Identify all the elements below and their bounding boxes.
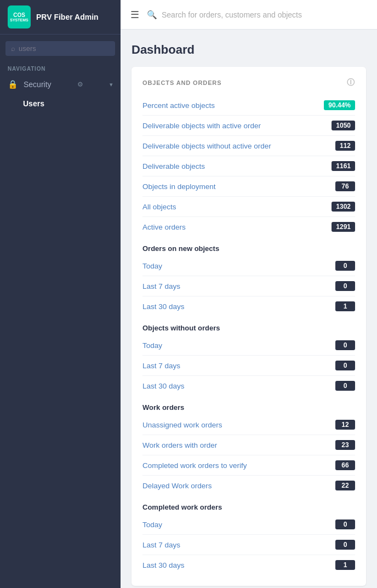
stat-badge: 1302: [332, 202, 355, 212]
stat-label[interactable]: Today: [142, 521, 162, 529]
sidebar-logo: COS SYSTEMS PRV Fiber Admin: [0, 0, 121, 35]
main-stats-rows: Percent active objects 90.44% Deliverabl…: [142, 95, 355, 237]
stat-label[interactable]: Objects in deployment: [142, 182, 216, 191]
objects-and-orders-card: OBJECTS AND ORDERS ⓘ Percent active obje…: [132, 67, 366, 586]
completed-work-orders-rows: Today 0 Last 7 days 0 Last 30 days 1: [142, 515, 355, 575]
objects-and-orders-title: OBJECTS AND ORDERS ⓘ: [142, 78, 355, 88]
table-row: Unassigned work orders 12: [142, 415, 355, 435]
stat-label[interactable]: Last 30 days: [142, 302, 185, 311]
stat-label[interactable]: Work orders with order: [142, 441, 217, 449]
stat-label[interactable]: Unassigned work orders: [142, 421, 222, 429]
table-row: Today 0: [142, 515, 355, 535]
stat-badge: 0: [335, 340, 355, 350]
table-row: Delayed Work orders 22: [142, 476, 355, 495]
app-name: PRV Fiber Admin: [36, 13, 99, 21]
table-row: Percent active objects 90.44%: [142, 95, 355, 116]
table-row: Active orders 1291: [142, 217, 355, 237]
stat-label[interactable]: Active orders: [142, 223, 186, 231]
stat-badge: 0: [335, 540, 355, 550]
sidebar-item-security[interactable]: 🔒 Security ⚙ ▾: [0, 74, 121, 95]
table-row: Last 30 days 1: [142, 555, 355, 575]
sidebar-item-security-label: Security: [24, 80, 52, 89]
stat-badge: 0: [335, 281, 355, 291]
stat-badge: 90.44%: [324, 100, 355, 110]
table-row: Last 7 days 0: [142, 356, 355, 376]
topbar: ☰ 🔍: [121, 0, 377, 30]
table-row: Deliverable objects without active order…: [142, 136, 355, 156]
table-row: Last 7 days 0: [142, 535, 355, 555]
stat-badge: 76: [335, 181, 355, 191]
table-row: Today 0: [142, 335, 355, 356]
stat-badge: 1050: [332, 121, 355, 130]
sidebar-search-input[interactable]: [19, 44, 110, 53]
stat-badge: 12: [335, 420, 355, 430]
table-row: Objects in deployment 76: [142, 176, 355, 197]
sidebar-search-container[interactable]: ⌕: [5, 41, 115, 56]
work-orders-rows: Unassigned work orders 12 Work orders wi…: [142, 415, 355, 495]
stat-label[interactable]: Deliverable objects without active order: [142, 142, 271, 150]
stat-label[interactable]: Last 7 days: [142, 541, 180, 549]
stat-badge: 1: [335, 560, 355, 570]
topbar-search-input[interactable]: [162, 10, 367, 19]
lock-icon: 🔒: [8, 79, 18, 89]
sidebar-search-icon: ⌕: [11, 44, 15, 53]
table-row: Last 30 days 1: [142, 296, 355, 316]
topbar-search-icon: 🔍: [147, 10, 157, 20]
logo-text-cos: COS: [13, 12, 25, 18]
stat-label[interactable]: Percent active objects: [142, 101, 215, 110]
stat-badge: 66: [335, 460, 355, 470]
gear-icon[interactable]: ⚙: [77, 81, 83, 88]
orders-new-rows: Today 0 Last 7 days 0 Last 30 days 1: [142, 256, 355, 316]
stat-label[interactable]: Today: [142, 262, 162, 270]
stat-label[interactable]: Delayed Work orders: [142, 482, 212, 490]
stat-label[interactable]: Completed work orders to verify: [142, 461, 247, 470]
stat-label[interactable]: Deliverable objects with active order: [142, 122, 261, 130]
stat-label[interactable]: All objects: [142, 203, 176, 211]
objects-no-orders-rows: Today 0 Last 7 days 0 Last 30 days 0: [142, 335, 355, 396]
table-row: All objects 1302: [142, 197, 355, 217]
hamburger-icon[interactable]: ☰: [130, 9, 139, 21]
table-row: Today 0: [142, 256, 355, 276]
sidebar-item-users[interactable]: Users: [0, 95, 121, 112]
nav-label: NAVIGATION: [0, 62, 121, 74]
info-icon[interactable]: ⓘ: [347, 78, 355, 88]
subsection-title-orders-new: Orders on new objects: [142, 244, 355, 253]
stat-badge: 1291: [332, 222, 355, 232]
table-row: Last 30 days 0: [142, 376, 355, 396]
main-area: ☰ 🔍 Dashboard OBJECTS AND ORDERS ⓘ Perce…: [121, 0, 377, 588]
page-title: Dashboard: [132, 43, 366, 57]
table-row: Last 7 days 0: [142, 276, 355, 296]
chevron-down-icon: ▾: [110, 81, 113, 88]
sidebar: COS SYSTEMS PRV Fiber Admin ⌕ NAVIGATION…: [0, 0, 121, 588]
topbar-search-container[interactable]: 🔍: [147, 10, 367, 20]
stat-badge: 0: [335, 361, 355, 370]
subsection-title-objects-no-orders: Objects without orders: [142, 324, 355, 332]
stat-badge: 23: [335, 440, 355, 450]
stat-label[interactable]: Last 7 days: [142, 282, 180, 290]
logo-box: COS SYSTEMS: [8, 5, 31, 28]
table-row: Deliverable objects with active order 10…: [142, 116, 355, 136]
logo-text-systems: SYSTEMS: [10, 18, 28, 22]
stat-badge: 1161: [332, 161, 355, 171]
stat-badge: 112: [335, 141, 355, 151]
stat-badge: 0: [335, 261, 355, 271]
stat-label[interactable]: Deliverable objects: [142, 162, 205, 170]
subsection-title-work-orders: Work orders: [142, 403, 355, 412]
content-area: Dashboard OBJECTS AND ORDERS ⓘ Percent a…: [121, 30, 377, 588]
table-row: Deliverable objects 1161: [142, 156, 355, 176]
stat-label[interactable]: Last 30 days: [142, 561, 185, 569]
stat-label[interactable]: Last 7 days: [142, 362, 180, 370]
table-row: Work orders with order 23: [142, 435, 355, 455]
stat-badge: 0: [335, 520, 355, 529]
sidebar-item-users-label: Users: [23, 99, 44, 108]
subsection-title-completed-work-orders: Completed work orders: [142, 503, 355, 511]
stat-label[interactable]: Last 30 days: [142, 382, 185, 390]
table-row: Completed work orders to verify 66: [142, 455, 355, 476]
stat-label[interactable]: Today: [142, 341, 162, 350]
stat-badge: 0: [335, 381, 355, 391]
stat-badge: 22: [335, 481, 355, 490]
stat-badge: 1: [335, 301, 355, 311]
